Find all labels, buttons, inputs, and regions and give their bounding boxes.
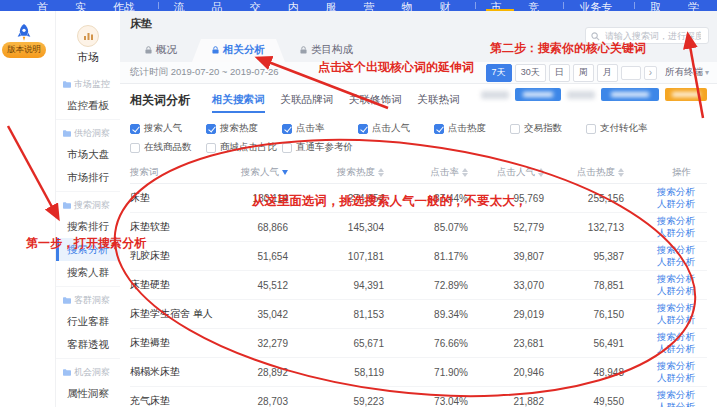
chevron-right-icon[interactable]: › <box>644 66 657 80</box>
terminal-filter[interactable]: 所有终端 ▾ <box>665 66 709 79</box>
checkbox-icon[interactable] <box>206 124 216 134</box>
metric-0-5[interactable]: 交易指数 <box>510 122 586 135</box>
metric-0-0[interactable]: 搜索人气 <box>130 122 206 135</box>
nav-item-1-4[interactable]: 服务 <box>317 0 355 11</box>
cell-search-word[interactable]: 床垫软垫 <box>130 220 240 234</box>
subtab-2[interactable]: 关联修饰词 <box>349 93 402 113</box>
checkbox-icon[interactable] <box>358 124 368 134</box>
checkbox-icon[interactable] <box>434 124 444 134</box>
sidebar-item-0-0[interactable]: 监控看板 <box>56 94 120 117</box>
sort-icon[interactable] <box>538 168 544 177</box>
date-button-3[interactable]: 周 <box>573 64 594 82</box>
date-button-0[interactable]: 7天 <box>486 64 512 82</box>
cell-search-word[interactable]: 乳胶床垫 <box>130 249 240 263</box>
tab-1[interactable]: 相关分析 <box>192 39 285 62</box>
nav-item-1-3[interactable]: 内容 <box>279 0 317 11</box>
sidebar-item-2-2[interactable]: 搜索人群 <box>56 261 120 284</box>
checkbox-icon[interactable] <box>130 143 140 153</box>
checkbox-icon[interactable] <box>206 143 216 153</box>
search-input[interactable] <box>603 30 703 42</box>
metric-0-1[interactable]: 搜索热度 <box>206 122 282 135</box>
checkbox-icon[interactable] <box>282 143 292 153</box>
action-link-0[interactable]: 搜索分析 <box>657 332 695 343</box>
nav-item-4-0[interactable]: 取数 <box>641 0 679 11</box>
action-link-1[interactable]: 人群分析 <box>657 315 695 326</box>
nav-item-1-7[interactable]: 财务 <box>431 0 469 11</box>
checkbox-icon[interactable] <box>130 124 140 134</box>
cell-search-word[interactable]: 床垫 <box>130 191 240 205</box>
subtab-1[interactable]: 关联品牌词 <box>281 93 334 113</box>
sidebar-item-3-1[interactable]: 客群透视 <box>56 333 120 356</box>
nav-item-2-1[interactable]: 竞争 <box>519 0 557 11</box>
column-header-3[interactable]: 点击率 <box>388 166 472 179</box>
nav-item-1-1[interactable]: 品类 <box>203 0 241 11</box>
column-header-4[interactable]: 点击人气 <box>472 166 548 179</box>
action-link-0[interactable]: 搜索分析 <box>657 245 695 256</box>
nav-item-1-0[interactable]: 流量 <box>165 0 203 11</box>
sidebar-item-2-0[interactable]: 搜索排行 <box>56 215 120 238</box>
cell-click-heat: 48,948 <box>548 367 628 378</box>
sidebar-item-1-1[interactable]: 市场排行 <box>56 166 120 189</box>
metric-1-1[interactable]: 商城点击占比 <box>206 141 282 154</box>
nav-item-4-1[interactable]: 学院 <box>679 0 717 11</box>
sort-icon[interactable] <box>618 168 624 177</box>
cell-search-word[interactable]: 充气床垫 <box>130 394 240 407</box>
tab-0[interactable]: 概况 <box>130 39 192 62</box>
metric-0-2[interactable]: 点击率 <box>282 122 358 135</box>
sidebar-item-1-0[interactable]: 市场大盘 <box>56 143 120 166</box>
version-badge[interactable]: 版本说明 <box>2 42 46 58</box>
sidebar-item-4-0[interactable]: 属性洞察 <box>56 382 120 405</box>
nav-item-1-5[interactable]: 营销 <box>355 0 393 11</box>
action-link-1[interactable]: 人群分析 <box>657 257 695 268</box>
column-header-1[interactable]: 搜索人气 <box>240 166 292 179</box>
sort-icon[interactable] <box>462 168 468 177</box>
nav-item-0-2[interactable]: 作战室 <box>104 0 152 11</box>
column-header-5[interactable]: 点击热度 <box>548 166 628 179</box>
action-link-0[interactable]: 搜索分析 <box>657 274 695 285</box>
action-link-1[interactable]: 人群分析 <box>657 373 695 384</box>
action-link-0[interactable]: 搜索分析 <box>657 216 695 227</box>
nav-item-0-0[interactable]: 首页 <box>28 0 66 11</box>
action-link-1[interactable]: 人群分析 <box>657 286 695 297</box>
cell-search-word[interactable]: 床垫学生宿舍 单人 <box>130 307 240 321</box>
action-link-1[interactable]: 人群分析 <box>657 199 695 210</box>
metric-1-0[interactable]: 在线商品数 <box>130 141 206 154</box>
action-link-0[interactable]: 搜索分析 <box>657 187 695 198</box>
date-range-box[interactable] <box>621 66 641 80</box>
action-link-1[interactable]: 人群分析 <box>657 344 695 355</box>
action-link-1[interactable]: 人群分析 <box>657 402 695 407</box>
date-button-4[interactable]: 月 <box>597 64 618 82</box>
nav-item-1-2[interactable]: 交易 <box>241 0 279 11</box>
checkbox-icon[interactable] <box>586 124 596 134</box>
sidebar-item-2-1[interactable]: 搜索分析 <box>56 238 120 261</box>
metric-0-3[interactable]: 点击人气 <box>358 122 434 135</box>
checkbox-icon[interactable] <box>510 124 520 134</box>
sidebar-item-3-0[interactable]: 行业客群 <box>56 310 120 333</box>
column-header-2[interactable]: 搜索热度 <box>292 166 388 179</box>
nav-item-2-0[interactable]: 市场 <box>481 0 519 11</box>
action-link-0[interactable]: 搜索分析 <box>657 361 695 372</box>
subtab-0[interactable]: 相关搜索词 <box>212 93 265 113</box>
subtab-3[interactable]: 关联热词 <box>418 93 460 113</box>
blurred-blue-button-1[interactable] <box>515 88 561 101</box>
metric-0-4[interactable]: 点击热度 <box>434 122 510 135</box>
metric-0-6[interactable]: 支付转化率 <box>586 122 662 135</box>
action-link-0[interactable]: 搜索分析 <box>657 390 695 401</box>
sort-icon[interactable] <box>378 168 384 177</box>
date-button-2[interactable]: 日 <box>549 64 570 82</box>
date-button-1[interactable]: 30天 <box>515 64 546 82</box>
checkbox-icon[interactable] <box>282 124 292 134</box>
nav-item-1-6[interactable]: 物流 <box>393 0 431 11</box>
cell-search-word[interactable]: 床垫褥垫 <box>130 336 240 350</box>
blurred-orange-button[interactable] <box>665 88 707 101</box>
nav-item-3-0[interactable]: 业务专区 <box>570 0 628 11</box>
tab-2[interactable]: 类目构成 <box>285 39 368 62</box>
action-link-1[interactable]: 人群分析 <box>657 228 695 239</box>
sort-desc-icon[interactable] <box>282 170 288 175</box>
nav-item-0-1[interactable]: 实时 <box>66 0 104 11</box>
action-link-0[interactable]: 搜索分析 <box>657 303 695 314</box>
blurred-blue-button-2[interactable] <box>601 88 659 101</box>
cell-search-word[interactable]: 榻榻米床垫 <box>130 365 240 379</box>
cell-search-word[interactable]: 床垫硬垫 <box>130 278 240 292</box>
metric-1-2[interactable]: 直通车参考价 <box>282 141 358 154</box>
